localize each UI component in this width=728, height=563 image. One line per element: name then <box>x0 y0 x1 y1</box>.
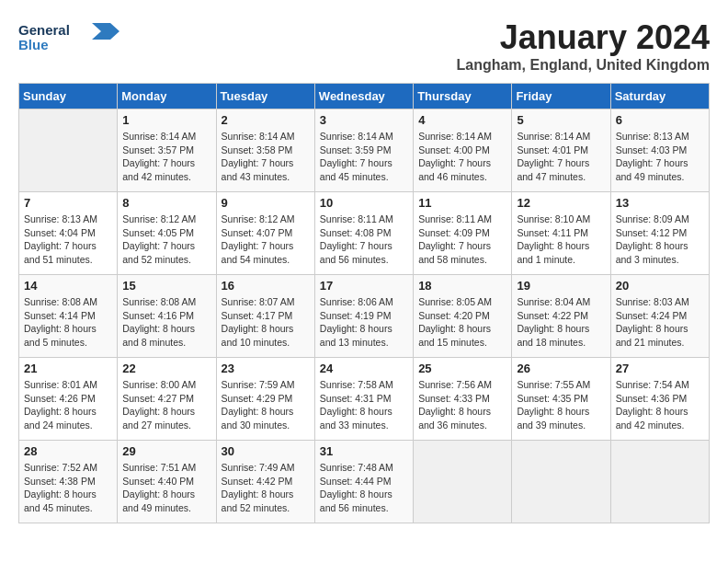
calendar-cell: 19Sunrise: 8:04 AMSunset: 4:22 PMDayligh… <box>512 275 610 358</box>
day-info: Sunrise: 8:13 AMSunset: 4:04 PMDaylight:… <box>24 213 112 267</box>
calendar-body: 1Sunrise: 8:14 AMSunset: 3:57 PMDaylight… <box>19 109 710 523</box>
day-info: Sunrise: 7:51 AMSunset: 4:40 PMDaylight:… <box>122 461 210 515</box>
calendar-cell: 9Sunrise: 8:12 AMSunset: 4:07 PMDaylight… <box>216 192 314 275</box>
calendar-week-row: 28Sunrise: 7:52 AMSunset: 4:38 PMDayligh… <box>19 441 710 523</box>
day-number: 7 <box>24 196 112 210</box>
day-info: Sunrise: 8:12 AMSunset: 4:07 PMDaylight:… <box>222 213 310 267</box>
calendar-cell: 30Sunrise: 7:49 AMSunset: 4:42 PMDayligh… <box>216 441 314 523</box>
day-info: Sunrise: 8:14 AMSunset: 4:00 PMDaylight:… <box>418 130 506 184</box>
day-info: Sunrise: 7:54 AMSunset: 4:36 PMDaylight:… <box>616 378 704 432</box>
day-info: Sunrise: 7:56 AMSunset: 4:33 PMDaylight:… <box>418 378 506 432</box>
day-info: Sunrise: 7:55 AMSunset: 4:35 PMDaylight:… <box>517 378 605 432</box>
calendar-week-row: 14Sunrise: 8:08 AMSunset: 4:14 PMDayligh… <box>19 275 710 358</box>
logo: General Blue <box>18 18 119 60</box>
day-number: 12 <box>517 196 605 210</box>
day-info: Sunrise: 8:07 AMSunset: 4:17 PMDaylight:… <box>222 295 310 350</box>
day-number: 14 <box>24 279 112 293</box>
day-info: Sunrise: 8:13 AMSunset: 4:03 PMDaylight:… <box>616 130 704 184</box>
day-info: Sunrise: 8:08 AMSunset: 4:14 PMDaylight:… <box>24 295 112 350</box>
day-info: Sunrise: 8:01 AMSunset: 4:26 PMDaylight:… <box>24 378 112 432</box>
calendar-cell: 27Sunrise: 7:54 AMSunset: 4:36 PMDayligh… <box>610 358 709 441</box>
calendar-cell: 10Sunrise: 8:11 AMSunset: 4:08 PMDayligh… <box>314 192 413 275</box>
calendar-cell: 31Sunrise: 7:48 AMSunset: 4:44 PMDayligh… <box>314 441 413 523</box>
day-number: 27 <box>616 362 704 375</box>
day-info: Sunrise: 8:12 AMSunset: 4:05 PMDaylight:… <box>122 213 210 267</box>
calendar-cell: 15Sunrise: 8:08 AMSunset: 4:16 PMDayligh… <box>118 275 216 358</box>
calendar-cell: 8Sunrise: 8:12 AMSunset: 4:05 PMDaylight… <box>118 192 216 275</box>
day-number: 10 <box>320 196 408 210</box>
calendar-cell: 3Sunrise: 8:14 AMSunset: 3:59 PMDaylight… <box>314 109 413 192</box>
calendar-table: Sunday Monday Tuesday Wednesday Thursday… <box>18 83 710 523</box>
calendar-cell: 26Sunrise: 7:55 AMSunset: 4:35 PMDayligh… <box>512 358 610 441</box>
title-section: January 2024 Langham, England, United Ki… <box>456 18 710 74</box>
day-number: 30 <box>222 444 310 458</box>
day-info: Sunrise: 8:11 AMSunset: 4:08 PMDaylight:… <box>320 213 408 267</box>
calendar-cell: 4Sunrise: 8:14 AMSunset: 4:00 PMDaylight… <box>414 109 512 192</box>
day-info: Sunrise: 8:03 AMSunset: 4:24 PMDaylight:… <box>616 295 704 350</box>
day-number: 16 <box>222 279 310 293</box>
day-number: 5 <box>517 113 605 127</box>
calendar-cell: 6Sunrise: 8:13 AMSunset: 4:03 PMDaylight… <box>610 109 709 192</box>
calendar-subtitle: Langham, England, United Kingdom <box>456 57 710 74</box>
day-number: 8 <box>122 196 210 210</box>
col-saturday: Saturday <box>610 84 709 109</box>
day-number: 25 <box>418 362 506 375</box>
calendar-cell: 21Sunrise: 8:01 AMSunset: 4:26 PMDayligh… <box>19 358 118 441</box>
day-info: Sunrise: 8:14 AMSunset: 4:01 PMDaylight:… <box>517 130 605 184</box>
col-sunday: Sunday <box>19 84 118 109</box>
day-number: 29 <box>122 444 210 458</box>
calendar-cell <box>19 109 118 192</box>
calendar-cell: 25Sunrise: 7:56 AMSunset: 4:33 PMDayligh… <box>414 358 512 441</box>
day-info: Sunrise: 8:09 AMSunset: 4:12 PMDaylight:… <box>616 213 704 267</box>
calendar-cell: 1Sunrise: 8:14 AMSunset: 3:57 PMDaylight… <box>118 109 216 192</box>
day-number: 4 <box>418 113 506 127</box>
day-info: Sunrise: 8:08 AMSunset: 4:16 PMDaylight:… <box>122 295 210 350</box>
day-info: Sunrise: 7:49 AMSunset: 4:42 PMDaylight:… <box>222 461 310 515</box>
day-number: 26 <box>517 362 605 375</box>
day-info: Sunrise: 8:04 AMSunset: 4:22 PMDaylight:… <box>517 295 605 350</box>
calendar-cell: 5Sunrise: 8:14 AMSunset: 4:01 PMDaylight… <box>512 109 610 192</box>
day-number: 2 <box>222 113 310 127</box>
day-info: Sunrise: 7:48 AMSunset: 4:44 PMDaylight:… <box>320 461 408 515</box>
calendar-cell: 2Sunrise: 8:14 AMSunset: 3:58 PMDaylight… <box>216 109 314 192</box>
calendar-cell: 18Sunrise: 8:05 AMSunset: 4:20 PMDayligh… <box>414 275 512 358</box>
calendar-cell: 20Sunrise: 8:03 AMSunset: 4:24 PMDayligh… <box>610 275 709 358</box>
day-info: Sunrise: 7:59 AMSunset: 4:29 PMDaylight:… <box>222 378 310 432</box>
day-info: Sunrise: 8:00 AMSunset: 4:27 PMDaylight:… <box>122 378 210 432</box>
calendar-week-row: 7Sunrise: 8:13 AMSunset: 4:04 PMDaylight… <box>19 192 710 275</box>
calendar-week-row: 21Sunrise: 8:01 AMSunset: 4:26 PMDayligh… <box>19 358 710 441</box>
day-number: 31 <box>320 444 408 458</box>
day-number: 24 <box>320 362 408 375</box>
day-number: 21 <box>24 362 112 375</box>
day-number: 17 <box>320 279 408 293</box>
calendar-cell <box>414 441 512 523</box>
day-number: 6 <box>616 113 704 127</box>
day-info: Sunrise: 7:52 AMSunset: 4:38 PMDaylight:… <box>24 461 112 515</box>
day-info: Sunrise: 8:14 AMSunset: 3:57 PMDaylight:… <box>122 130 210 184</box>
day-info: Sunrise: 8:10 AMSunset: 4:11 PMDaylight:… <box>517 213 605 267</box>
day-number: 22 <box>122 362 210 375</box>
svg-text:Blue: Blue <box>18 37 49 52</box>
calendar-cell: 24Sunrise: 7:58 AMSunset: 4:31 PMDayligh… <box>314 358 413 441</box>
col-monday: Monday <box>118 84 216 109</box>
day-number: 28 <box>24 444 112 458</box>
day-number: 9 <box>222 196 310 210</box>
calendar-cell: 22Sunrise: 8:00 AMSunset: 4:27 PMDayligh… <box>118 358 216 441</box>
day-info: Sunrise: 8:14 AMSunset: 3:59 PMDaylight:… <box>320 130 408 184</box>
calendar-cell <box>512 441 610 523</box>
day-number: 19 <box>517 279 605 293</box>
calendar-cell: 12Sunrise: 8:10 AMSunset: 4:11 PMDayligh… <box>512 192 610 275</box>
header-row: Sunday Monday Tuesday Wednesday Thursday… <box>19 84 710 109</box>
day-number: 3 <box>320 113 408 127</box>
day-number: 23 <box>222 362 310 375</box>
calendar-cell: 13Sunrise: 8:09 AMSunset: 4:12 PMDayligh… <box>610 192 709 275</box>
day-number: 13 <box>616 196 704 210</box>
logo-svg: General Blue <box>18 18 119 60</box>
col-friday: Friday <box>512 84 610 109</box>
day-number: 15 <box>122 279 210 293</box>
svg-marker-2 <box>92 23 119 40</box>
calendar-cell: 17Sunrise: 8:06 AMSunset: 4:19 PMDayligh… <box>314 275 413 358</box>
day-info: Sunrise: 8:06 AMSunset: 4:19 PMDaylight:… <box>320 295 408 350</box>
calendar-cell: 23Sunrise: 7:59 AMSunset: 4:29 PMDayligh… <box>216 358 314 441</box>
day-info: Sunrise: 8:11 AMSunset: 4:09 PMDaylight:… <box>418 213 506 267</box>
